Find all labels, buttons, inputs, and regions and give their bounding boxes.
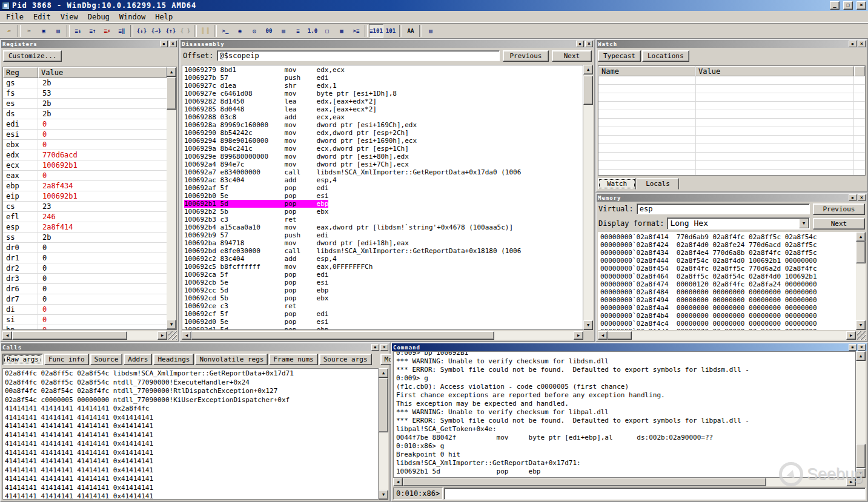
paste-button[interactable]: ▤ bbox=[51, 24, 65, 38]
scroll-left-icon[interactable]: ◀ bbox=[393, 478, 403, 486]
close-button[interactable]: × bbox=[856, 1, 866, 10]
scroll-up-icon[interactable]: ▲ bbox=[583, 65, 593, 74]
register-row[interactable]: bp 0 bbox=[3, 325, 167, 329]
scroll-up-icon[interactable]: ▲ bbox=[856, 351, 866, 361]
dock-icon[interactable]: ▪ bbox=[849, 41, 856, 47]
register-row[interactable]: ss 2b bbox=[3, 233, 167, 243]
command-vscrollbar[interactable]: ▲ ▼ bbox=[856, 351, 866, 478]
call-stack-row[interactable]: 41414141 41414141 41414141 0x41414141 bbox=[5, 484, 378, 493]
raw-args-button[interactable]: Raw args bbox=[2, 354, 43, 365]
watch-empty-rows[interactable] bbox=[598, 76, 865, 175]
command-input[interactable] bbox=[444, 487, 866, 500]
disassembly-line[interactable]: 100692d1 5d pop ebp bbox=[184, 326, 583, 330]
register-row[interactable]: edx 770d6acd bbox=[3, 150, 167, 160]
close-icon[interactable]: × bbox=[169, 41, 177, 47]
resize-grip[interactable] bbox=[857, 331, 866, 340]
disassembly-line[interactable]: 1006928a 89969c160000 mov dword ptr [esi… bbox=[184, 121, 583, 129]
register-row[interactable]: dr3 0 bbox=[3, 274, 167, 284]
previous-button[interactable]: Previous bbox=[813, 203, 865, 215]
call-stack-row[interactable]: 41414141 41414141 41414141 0x41414141 bbox=[5, 414, 378, 423]
register-row[interactable]: esp 2a8f414 bbox=[3, 222, 167, 233]
memory-vscrollbar[interactable]: ▲ ▼ bbox=[856, 232, 866, 330]
scroll-up-icon[interactable]: ▲ bbox=[167, 67, 176, 77]
scroll-left-icon[interactable]: ◀ bbox=[182, 331, 191, 340]
disassembly-line[interactable]: 100692c5 b8fcffffff mov eax,0FFFFFFFCh bbox=[184, 263, 583, 271]
disassembly-line[interactable]: 100692ba 894718 mov dword ptr [edi+18h],… bbox=[184, 239, 583, 247]
menu-edit[interactable]: Edit bbox=[28, 12, 56, 22]
disassembly-line[interactable]: 1006927e c6461d08 mov byte ptr [esi+1Dh]… bbox=[184, 90, 583, 97]
disassembly-line[interactable]: 1006929e 899680000000 mov dword ptr [esi… bbox=[184, 153, 583, 160]
processes-window-button[interactable]: ▦ bbox=[334, 24, 349, 38]
call-stack-row[interactable]: 41414141 41414141 41414141 0x41414141 bbox=[5, 457, 378, 466]
value-column-header[interactable]: Value bbox=[695, 66, 854, 76]
scroll-right-icon[interactable]: ▶ bbox=[846, 478, 856, 486]
scroll-down-icon[interactable]: ▼ bbox=[167, 320, 176, 329]
disassembly-line[interactable]: 100692b1 5d pop ebp bbox=[184, 200, 583, 208]
scroll-up-icon[interactable]: ▲ bbox=[856, 232, 866, 242]
run-to-cursor-button[interactable]: { } bbox=[178, 24, 193, 38]
next-button[interactable]: Next bbox=[552, 50, 592, 62]
disassembly-line[interactable]: 100692d0 5e pop esi bbox=[184, 318, 583, 326]
menu-file[interactable]: File bbox=[1, 12, 28, 22]
font-button[interactable]: AA bbox=[403, 24, 418, 38]
disassembly-hscrollbar[interactable]: ◀ ▶ bbox=[182, 331, 583, 340]
next-button[interactable]: Next bbox=[813, 218, 865, 230]
memory-row[interactable]: 00000000`02a8f474 00000120 02a8f4fc 02a8… bbox=[600, 280, 856, 288]
call-stack-row[interactable]: 02a8f4fc 02a8ff5c 02a8f54c ntdll_7709000… bbox=[5, 378, 378, 388]
scratch-pad-window-button[interactable]: □ bbox=[320, 24, 334, 38]
disassembly-window-button[interactable]: 1.0 bbox=[305, 24, 320, 38]
scroll-right-icon[interactable]: ▶ bbox=[846, 331, 856, 340]
step-out-button[interactable]: {↑} bbox=[164, 24, 178, 38]
memory-row[interactable]: 00000000`02a8f464 02a8ff5c 02a8f54c 02a8… bbox=[600, 272, 856, 280]
disassembly-line[interactable]: 100692cb 5e pop esi bbox=[184, 279, 583, 286]
disassembly-line[interactable]: 100692cc 5d pop ebp bbox=[184, 286, 583, 294]
register-row[interactable]: dr7 0 bbox=[3, 294, 167, 305]
close-icon[interactable]: × bbox=[858, 194, 866, 201]
value-column-header[interactable]: Value bbox=[38, 67, 167, 78]
call-stack-row[interactable]: 41414141 41414141 41414141 0x41414141 bbox=[5, 440, 378, 449]
source-mode-off-button[interactable]: 101 bbox=[383, 24, 398, 38]
memory-row[interactable]: 00000000`02a8f414 770d6ab9 02a8f4fc 02a8… bbox=[600, 233, 856, 241]
memory-row[interactable]: 00000000`02a8f454 02a8f4fc 02a8ff5c 770d… bbox=[600, 265, 856, 272]
command-hscrollbar[interactable]: ◀ ▶ bbox=[393, 478, 856, 486]
disassembly-line[interactable]: 1006927b 57 push edi bbox=[184, 74, 583, 82]
memory-row[interactable]: 00000000`02a8f494 00000000 00000000 0000… bbox=[600, 296, 856, 304]
call-stack-row[interactable]: 41414141 41414141 41414141 0x2a8f4fc bbox=[5, 405, 378, 414]
go-button[interactable]: ≡↓ bbox=[71, 24, 85, 38]
options-button[interactable]: ▤ bbox=[423, 24, 438, 38]
call-stack-row[interactable]: 41414141 41414141 41414141 0x41414141 bbox=[5, 449, 378, 458]
locals-window-button[interactable]: ◎ bbox=[247, 24, 262, 38]
registers-window-button[interactable]: 00 bbox=[262, 24, 276, 38]
offset-input[interactable] bbox=[217, 50, 500, 61]
call-stack-row[interactable]: 41414141 41414141 41414141 0x41414141 bbox=[5, 422, 378, 431]
register-row[interactable]: cs 23 bbox=[3, 202, 167, 212]
locations-button[interactable]: Locations bbox=[642, 50, 689, 62]
step-into-button[interactable]: {↓} bbox=[134, 24, 149, 38]
disassembly-line[interactable]: 10069288 03c8 add ecx,eax bbox=[184, 113, 583, 121]
dock-icon[interactable]: ▪ bbox=[160, 41, 168, 47]
menu-window[interactable]: Window bbox=[114, 12, 150, 22]
memory-dump[interactable]: 00000000`02a8f414 770d6ab9 02a8f4fc 02a8… bbox=[598, 232, 856, 330]
disassembly-line[interactable]: 100692b0 5e pop esi bbox=[184, 192, 583, 200]
tab-watch[interactable]: Watch bbox=[598, 178, 636, 190]
minimize-button[interactable]: _ bbox=[830, 1, 840, 10]
close-icon[interactable]: × bbox=[585, 41, 593, 47]
call-stack-row[interactable]: 00a8f4fc 02a8f54c 02a8f4fc ntdll_7709000… bbox=[5, 387, 378, 396]
call-stack-row[interactable]: 41414141 41414141 41414141 0x41414141 bbox=[5, 431, 378, 440]
restart-button[interactable]: ≡↑ bbox=[85, 24, 100, 38]
command-browser-window-button[interactable]: >≡ bbox=[349, 24, 363, 38]
disassembly-line[interactable]: 100692af 5f pop edi bbox=[184, 184, 583, 192]
chevron-down-icon[interactable]: ▼ bbox=[799, 219, 809, 228]
addrs-button[interactable]: Addrs bbox=[124, 354, 152, 365]
register-row[interactable]: ebp 2a8f434 bbox=[3, 181, 167, 191]
frame-nums-button[interactable]: Frame nums bbox=[269, 354, 317, 365]
registers-vscrollbar[interactable]: ▲ ▼ bbox=[167, 67, 176, 329]
disassembly-line[interactable]: 100692ca 5f pop edi bbox=[184, 271, 583, 279]
break-button[interactable]: ≡‖ bbox=[114, 24, 129, 38]
call-stack-row[interactable]: 41414141 41414141 41414141 0x41414141 bbox=[5, 475, 378, 484]
tab-locals[interactable]: Locals bbox=[637, 178, 679, 190]
calls-vscrollbar[interactable]: ▲ ▼ bbox=[379, 368, 388, 500]
scroll-right-icon[interactable]: ▶ bbox=[574, 331, 583, 340]
disassembly-line[interactable]: 100692cf 5f pop edi bbox=[184, 310, 583, 318]
disassembly-line[interactable]: 100692a4 894e7c mov dword ptr [esi+7Ch],… bbox=[184, 160, 583, 168]
